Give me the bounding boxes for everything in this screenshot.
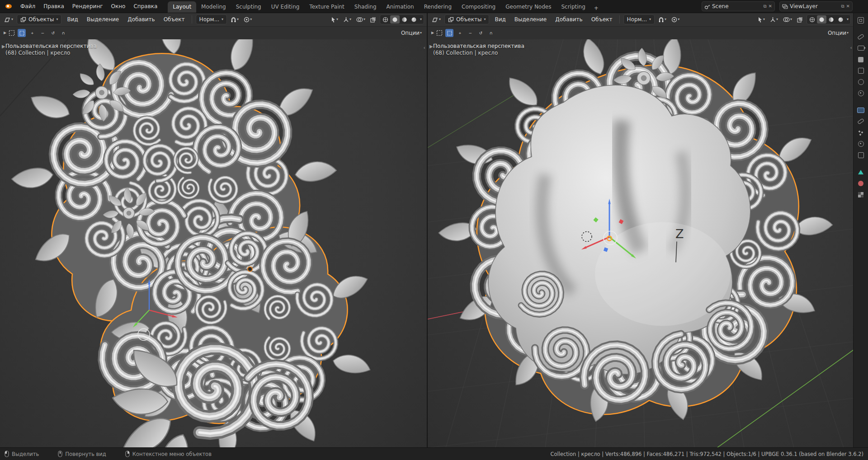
object-properties-icon[interactable] (854, 104, 868, 116)
gizmos-icon[interactable]: ▾ (342, 16, 353, 23)
tool-options-dropdown[interactable]: Опции▾ (400, 29, 423, 37)
select-mode-subtract-icon[interactable]: − (38, 29, 47, 37)
workspace-area: ▾ Объекты ▾ Вид Выделение Добавить Объек… (0, 13, 868, 448)
select-mode-invert-icon[interactable]: ↺ (49, 29, 57, 37)
box-select-tool-icon[interactable] (9, 30, 15, 37)
add-workspace-button[interactable]: + (590, 4, 602, 13)
material-properties-icon[interactable] (854, 178, 868, 189)
mode-dropdown[interactable]: Объекты ▾ (17, 14, 61, 24)
tab-animation[interactable]: Animation (382, 1, 419, 13)
menu-window[interactable]: Окно (107, 0, 130, 13)
snap-magnet-icon[interactable]: ▾ (657, 16, 668, 23)
proportional-editing-icon[interactable]: ▾ (670, 16, 681, 23)
tab-rendering[interactable]: Rendering (419, 1, 457, 13)
editor-type-icon[interactable]: ▾ (3, 16, 14, 23)
tab-scripting[interactable]: Scripting (556, 1, 590, 13)
particle-properties-icon[interactable] (854, 127, 868, 138)
viewport-left-3d-view[interactable]: Пользовательская перспектива (68) Collec… (0, 39, 427, 448)
select-mode-extend-icon[interactable]: ＋ (28, 29, 36, 37)
transform-orientation-dropdown[interactable]: Норм...▾ (196, 14, 227, 24)
shading-rendered-icon[interactable] (836, 15, 845, 23)
svg-text:Z: Z (675, 227, 684, 241)
physics-properties-icon[interactable] (854, 138, 868, 150)
select-mode-extend-icon[interactable]: ＋ (456, 29, 464, 37)
menu-help[interactable]: Справка (129, 0, 161, 13)
tab-uv-editing[interactable]: UV Editing (266, 1, 305, 13)
tool-settings-expand-icon[interactable]: ▶ (4, 31, 6, 35)
xray-toggle-icon[interactable] (796, 16, 804, 23)
menu-object[interactable]: Объект (160, 16, 188, 23)
output-properties-icon[interactable] (854, 54, 868, 65)
menu-add[interactable]: Добавить (552, 16, 585, 23)
transform-orientation-dropdown[interactable]: Норм...▾ (623, 14, 655, 24)
sidebar-collapse-arrow[interactable]: ‹ (850, 45, 852, 51)
viewport-right-scene[interactable]: Z (428, 39, 854, 448)
scene-selector[interactable]: Scene ⧉ ✕ (702, 1, 775, 11)
snap-magnet-icon[interactable]: ▾ (229, 16, 240, 23)
tool-settings-expand-icon[interactable]: ▶ (431, 31, 434, 35)
scene-unlink-icon[interactable]: ✕ (769, 4, 772, 9)
toolbar-expand-arrow[interactable]: ▶ (429, 44, 433, 49)
select-mode-intersect-icon[interactable]: ∩ (59, 29, 67, 37)
menu-view[interactable]: Вид (491, 16, 509, 23)
overlays-icon[interactable]: ▾ (782, 16, 793, 23)
select-mode-intersect-icon[interactable]: ∩ (487, 29, 495, 37)
view-layer-new-icon[interactable]: ⧉ (841, 4, 844, 9)
shading-material-icon[interactable] (826, 15, 836, 23)
sidebar-collapse-arrow[interactable]: ‹ (424, 45, 425, 51)
tab-texture-paint[interactable]: Texture Paint (304, 1, 349, 13)
menu-add[interactable]: Добавить (124, 16, 158, 23)
tab-modeling[interactable]: Modeling (196, 1, 231, 13)
select-mode-new-icon[interactable] (18, 29, 26, 37)
editor-type-icon[interactable]: ▾ (430, 16, 442, 23)
shading-rendered-icon[interactable] (409, 15, 419, 23)
shading-wireframe-icon[interactable] (381, 15, 390, 23)
select-mode-new-icon[interactable] (445, 29, 453, 37)
menu-file[interactable]: Файл (16, 0, 39, 13)
menu-view[interactable]: Вид (64, 16, 81, 23)
menu-edit[interactable]: Правка (39, 0, 68, 13)
shading-solid-icon[interactable] (817, 15, 826, 23)
shading-wireframe-icon[interactable] (807, 15, 817, 23)
xray-toggle-icon[interactable] (369, 16, 377, 23)
selectability-visibility-icon[interactable]: ▾ (329, 16, 340, 23)
mode-dropdown[interactable]: Объекты ▾ (444, 14, 489, 24)
proportional-editing-icon[interactable]: ▾ (242, 16, 253, 23)
box-select-tool-icon[interactable] (436, 30, 443, 37)
scene-properties-icon[interactable] (854, 76, 868, 88)
constraint-properties-icon[interactable] (854, 150, 868, 161)
render-properties-icon[interactable] (854, 42, 868, 54)
menu-select[interactable]: Выделение (511, 16, 550, 23)
blender-logo[interactable] (4, 2, 14, 10)
selectability-visibility-icon[interactable]: ▾ (756, 16, 766, 23)
tab-shading[interactable]: Shading (349, 1, 382, 13)
viewport-left-scene[interactable] (0, 39, 427, 448)
menu-object[interactable]: Объект (588, 16, 616, 23)
scene-new-icon[interactable]: ⧉ (763, 4, 766, 9)
active-tool-icon[interactable] (854, 31, 868, 42)
world-properties-icon[interactable] (854, 88, 868, 99)
gizmos-icon[interactable]: ▾ (769, 16, 779, 23)
shading-material-icon[interactable] (400, 15, 409, 23)
texture-properties-icon[interactable] (854, 189, 868, 200)
select-mode-invert-icon[interactable]: ↺ (476, 29, 485, 37)
tab-compositing[interactable]: Compositing (457, 1, 500, 13)
options-label: Опции (401, 30, 420, 36)
menu-select[interactable]: Выделение (84, 16, 122, 23)
shading-solid-icon[interactable] (390, 15, 400, 23)
select-mode-subtract-icon[interactable]: − (466, 29, 474, 37)
view-layer-properties-icon[interactable] (854, 65, 868, 76)
view-layer-selector[interactable]: ViewLayer ⧉ ✕ (779, 1, 853, 11)
viewport-right-3d-view[interactable]: Z Пользовательская перспектива (68) Coll… (428, 39, 854, 448)
tool-options-dropdown[interactable]: Опции▾ (826, 29, 850, 37)
tab-layout[interactable]: Layout (168, 1, 196, 13)
editor-type-menu-icon[interactable] (854, 14, 868, 26)
object-data-properties-icon[interactable] (854, 166, 868, 178)
modifier-properties-icon[interactable] (854, 116, 868, 127)
tab-geometry-nodes[interactable]: Geometry Nodes (500, 1, 556, 13)
overlays-icon[interactable]: ▾ (355, 16, 367, 23)
menu-render[interactable]: Рендеринг (68, 0, 107, 13)
tab-sculpting[interactable]: Sculpting (231, 1, 266, 13)
view-layer-unlink-icon[interactable]: ✕ (846, 4, 850, 9)
toolbar-expand-arrow[interactable]: ▶ (2, 44, 5, 49)
